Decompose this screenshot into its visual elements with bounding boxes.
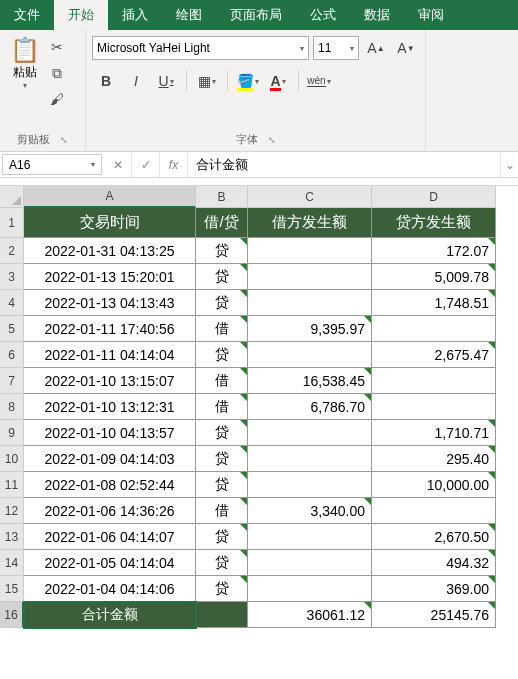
cell-time[interactable]: 2022-01-13 15:20:01 <box>24 264 196 290</box>
cell-credit[interactable]: 5,009.78 <box>372 264 496 290</box>
cell-credit[interactable]: 369.00 <box>372 576 496 602</box>
cell-total-label[interactable]: 合计金额 <box>24 602 196 628</box>
tab-file[interactable]: 文件 <box>0 0 54 30</box>
cell-credit[interactable]: 10,000.00 <box>372 472 496 498</box>
cell-time[interactable]: 2022-01-05 04:14:04 <box>24 550 196 576</box>
expand-formula-icon[interactable]: ⌄ <box>500 152 518 177</box>
cell-debit[interactable] <box>248 238 372 264</box>
col-head-C[interactable]: C <box>248 186 372 208</box>
cell-time[interactable]: 2022-01-13 04:13:43 <box>24 290 196 316</box>
cell-time[interactable]: 2022-01-10 04:13:57 <box>24 420 196 446</box>
cell-dc[interactable]: 贷 <box>196 472 248 498</box>
row-head[interactable]: 6 <box>0 342 24 368</box>
clipboard-launcher-icon[interactable]: ⤡ <box>60 135 68 145</box>
row-head[interactable]: 9 <box>0 420 24 446</box>
cell-credit[interactable]: 172.07 <box>372 238 496 264</box>
cell-dc[interactable]: 借 <box>196 394 248 420</box>
cell-debit[interactable]: 3,340.00 <box>248 498 372 524</box>
cell-time[interactable]: 2022-01-10 13:15:07 <box>24 368 196 394</box>
cell-debit[interactable]: 16,538.45 <box>248 368 372 394</box>
cell-dc[interactable]: 贷 <box>196 550 248 576</box>
format-painter-icon[interactable]: 🖌 <box>46 88 68 110</box>
border-button[interactable]: ▦▾ <box>193 68 221 94</box>
cell-credit[interactable]: 2,670.50 <box>372 524 496 550</box>
confirm-formula-icon[interactable]: ✓ <box>132 152 160 177</box>
cell-time[interactable]: 2022-01-09 04:14:03 <box>24 446 196 472</box>
cell-dc[interactable]: 贷 <box>196 264 248 290</box>
increase-font-icon[interactable]: A▲ <box>363 36 389 60</box>
cell-time[interactable]: 2022-01-11 04:14:04 <box>24 342 196 368</box>
cell-debit[interactable] <box>248 550 372 576</box>
cell-dc[interactable]: 贷 <box>196 576 248 602</box>
row-head[interactable]: 7 <box>0 368 24 394</box>
tab-insert[interactable]: 插入 <box>108 0 162 30</box>
font-launcher-icon[interactable]: ⤡ <box>268 135 276 145</box>
cell-credit[interactable] <box>372 316 496 342</box>
col-head-A[interactable]: A <box>24 186 196 208</box>
cell-time[interactable]: 2022-01-11 17:40:56 <box>24 316 196 342</box>
cell-dc[interactable]: 借 <box>196 316 248 342</box>
name-box[interactable]: A16▾ <box>2 154 102 175</box>
tab-review[interactable]: 审阅 <box>404 0 458 30</box>
row-head[interactable]: 11 <box>0 472 24 498</box>
row-head[interactable]: 15 <box>0 576 24 602</box>
cell-dc[interactable]: 借 <box>196 368 248 394</box>
cell-credit[interactable]: 295.40 <box>372 446 496 472</box>
cancel-formula-icon[interactable]: ✕ <box>104 152 132 177</box>
row-head[interactable]: 16 <box>0 602 24 628</box>
tab-data[interactable]: 数据 <box>350 0 404 30</box>
cell-credit[interactable]: 1,710.71 <box>372 420 496 446</box>
cell-time[interactable]: 2022-01-06 14:36:26 <box>24 498 196 524</box>
cell-dc[interactable]: 贷 <box>196 290 248 316</box>
cell-debit[interactable] <box>248 342 372 368</box>
select-all-corner[interactable] <box>0 186 24 208</box>
copy-icon[interactable]: ⧉ <box>46 62 68 84</box>
cell-time[interactable]: 2022-01-08 02:52:44 <box>24 472 196 498</box>
cell-credit[interactable]: 2,675.47 <box>372 342 496 368</box>
underline-button[interactable]: U▾ <box>152 68 180 94</box>
font-name-select[interactable]: Microsoft YaHei Light▾ <box>92 36 309 60</box>
cell-credit[interactable]: 494.32 <box>372 550 496 576</box>
paste-icon[interactable]: 📋 <box>10 36 40 64</box>
header-time[interactable]: 交易时间 <box>24 208 196 238</box>
cell-debit[interactable] <box>248 576 372 602</box>
cell-total-debit[interactable]: 36061.12 <box>248 602 372 628</box>
header-dc[interactable]: 借/贷 <box>196 208 248 238</box>
cell-debit[interactable]: 6,786.70 <box>248 394 372 420</box>
cell-credit[interactable] <box>372 498 496 524</box>
row-head[interactable]: 12 <box>0 498 24 524</box>
cell-time[interactable]: 2022-01-04 04:14:06 <box>24 576 196 602</box>
cell-debit[interactable] <box>248 472 372 498</box>
tab-layout[interactable]: 页面布局 <box>216 0 296 30</box>
cell-time[interactable]: 2022-01-31 04:13:25 <box>24 238 196 264</box>
paste-dropdown[interactable]: ▾ <box>23 81 27 90</box>
phonetic-button[interactable]: wén▾ <box>305 68 333 94</box>
cut-icon[interactable]: ✂ <box>46 36 68 58</box>
cell-debit[interactable] <box>248 290 372 316</box>
cell-dc[interactable]: 贷 <box>196 238 248 264</box>
bold-button[interactable]: B <box>92 68 120 94</box>
row-head[interactable]: 10 <box>0 446 24 472</box>
cell-debit[interactable] <box>248 264 372 290</box>
cell-total-dc[interactable] <box>196 602 248 628</box>
decrease-font-icon[interactable]: A▼ <box>393 36 419 60</box>
cell-time[interactable]: 2022-01-06 04:14:07 <box>24 524 196 550</box>
fx-icon[interactable]: fx <box>160 152 188 177</box>
font-color-button[interactable]: A▾ <box>264 68 292 94</box>
paste-button[interactable]: 粘贴 <box>13 64 37 81</box>
row-head[interactable]: 1 <box>0 208 24 238</box>
cell-dc[interactable]: 借 <box>196 498 248 524</box>
formula-input[interactable]: 合计金额 <box>188 152 500 177</box>
cell-dc[interactable]: 贷 <box>196 446 248 472</box>
row-head[interactable]: 2 <box>0 238 24 264</box>
col-head-B[interactable]: B <box>196 186 248 208</box>
row-head[interactable]: 8 <box>0 394 24 420</box>
row-head[interactable]: 3 <box>0 264 24 290</box>
tab-draw[interactable]: 绘图 <box>162 0 216 30</box>
cell-debit[interactable]: 9,395.97 <box>248 316 372 342</box>
cell-dc[interactable]: 贷 <box>196 420 248 446</box>
cell-total-credit[interactable]: 25145.76 <box>372 602 496 628</box>
cell-dc[interactable]: 贷 <box>196 524 248 550</box>
row-head[interactable]: 4 <box>0 290 24 316</box>
cell-debit[interactable] <box>248 446 372 472</box>
